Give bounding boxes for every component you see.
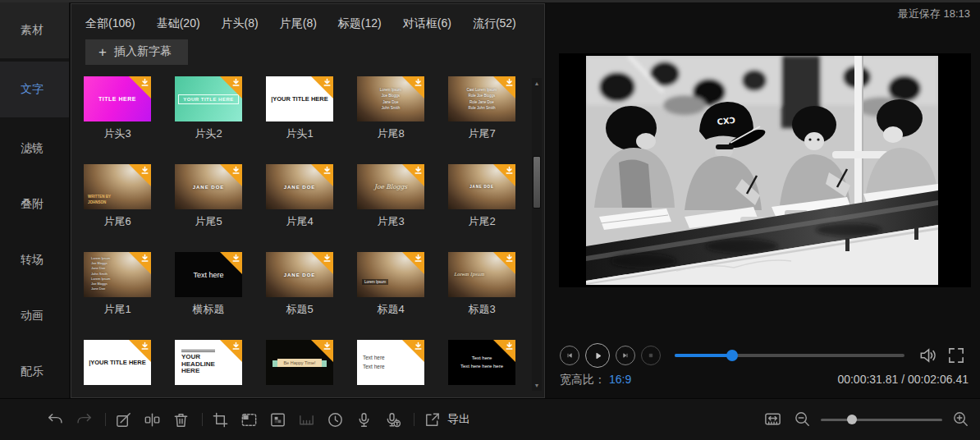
download-badge[interactable] xyxy=(220,164,242,186)
download-badge[interactable] xyxy=(402,252,424,274)
template-label: 横标题 xyxy=(175,302,242,317)
template-card[interactable]: Lorem Ipsum 标题4 xyxy=(357,252,424,329)
sidebar-item[interactable]: 叠附 xyxy=(0,176,69,232)
template-thumbnail: Cast Lorem Ipsum Role Joe Bloggs Role Ja… xyxy=(448,76,515,121)
template-card[interactable]: WRITTEN BY JOHNSON 片尾6 xyxy=(84,164,151,241)
template-card[interactable]: JANE DOE 片尾2 xyxy=(448,164,515,241)
download-badge[interactable] xyxy=(129,76,151,99)
zoom-slider-track[interactable] xyxy=(821,419,942,421)
timeline-zoom-slider[interactable] xyxy=(821,415,942,424)
sidebar-item[interactable]: 文字 xyxy=(0,62,69,117)
download-icon xyxy=(231,78,240,87)
template-card[interactable]: Text here 横标题 xyxy=(175,252,242,329)
download-badge[interactable] xyxy=(129,252,151,274)
video-frame-image: CXƆ xyxy=(586,56,938,285)
template-label: 片头1 xyxy=(266,126,333,141)
template-thumbnail: YOUR HEADLINE HERE xyxy=(175,340,242,385)
zoom-in-icon[interactable] xyxy=(951,410,970,429)
template-card[interactable]: Lorem Ipsum Joe Bloggs Jane Doe John Smi… xyxy=(84,252,151,329)
fit-timeline-icon[interactable] xyxy=(763,410,782,429)
template-card[interactable]: Lorem Ipsum Joe Bloggs Jane Doe John Smi… xyxy=(357,76,424,154)
microphone-icon[interactable] xyxy=(355,410,373,429)
download-badge[interactable] xyxy=(402,76,424,99)
template-card[interactable]: YOUR TITLE HERE 片头2 xyxy=(175,76,242,154)
download-badge[interactable] xyxy=(402,340,424,362)
template-card[interactable]: Text here Text here xyxy=(357,340,424,398)
template-card[interactable]: Lorem Ipsum 标题3 xyxy=(448,252,515,329)
category-tab[interactable]: 片头(8) xyxy=(222,16,259,31)
next-frame-button[interactable] xyxy=(616,346,635,365)
template-label: 标题4 xyxy=(357,302,424,317)
duration-clock-icon[interactable] xyxy=(326,410,345,429)
zoom-out-icon[interactable] xyxy=(793,410,812,429)
template-label: 片尾8 xyxy=(357,126,424,141)
mosaic-icon[interactable] xyxy=(268,410,287,429)
crop-icon[interactable] xyxy=(211,410,230,429)
video-preview: CXƆ xyxy=(559,53,971,287)
voice-to-text-icon[interactable] xyxy=(383,410,402,429)
download-badge[interactable] xyxy=(493,164,515,186)
template-card[interactable]: Cast Lorem Ipsum Role Joe Bloggs Role Ja… xyxy=(448,76,515,154)
download-icon xyxy=(140,78,149,87)
download-badge[interactable] xyxy=(493,252,515,274)
template-card[interactable]: |YOUR TITLE HERE 片头1 xyxy=(266,76,333,154)
category-tab[interactable]: 流行(52) xyxy=(473,16,516,31)
template-card[interactable]: JANE DOE 片尾5 xyxy=(175,164,242,241)
sidebar-item[interactable]: 动画 xyxy=(0,288,69,344)
template-card[interactable]: Joe Bloggs 片尾3 xyxy=(357,164,424,241)
preview-panel: 最近保存 18:13 xyxy=(547,2,980,398)
download-badge[interactable] xyxy=(311,252,333,274)
scrollbar-thumb[interactable] xyxy=(533,156,541,209)
sidebar-item[interactable]: 转场 xyxy=(0,232,69,288)
template-card[interactable]: |YOUR TITLE HERE xyxy=(84,340,151,398)
template-card[interactable]: Text here Text here here here xyxy=(448,340,515,398)
stop-button[interactable] xyxy=(641,346,661,365)
template-card[interactable]: YOUR HEADLINE HERE xyxy=(175,340,242,398)
canvas-resize-icon[interactable] xyxy=(240,410,259,429)
download-badge[interactable] xyxy=(220,340,242,362)
category-tab-label: 片头(8) xyxy=(222,16,259,30)
sidebar-item-label: 动画 xyxy=(21,309,44,323)
volume-icon[interactable] xyxy=(918,345,939,366)
prev-frame-button[interactable] xyxy=(560,346,579,365)
category-tab[interactable]: 标题(12) xyxy=(338,16,382,31)
progress-fill xyxy=(675,354,732,357)
template-thumb-text: |YOUR TITLE HERE xyxy=(89,359,146,366)
category-tab[interactable]: 基础(20) xyxy=(157,16,200,31)
sidebar-item[interactable]: 素材 xyxy=(0,2,69,58)
edit-icon[interactable] xyxy=(114,410,133,429)
template-card[interactable]: JANE DOE 标题5 xyxy=(266,252,333,329)
undo-icon[interactable] xyxy=(46,410,65,429)
category-tab[interactable]: 片尾(8) xyxy=(280,16,317,31)
sidebar-item[interactable]: 配乐 xyxy=(0,344,69,400)
delete-icon[interactable] xyxy=(172,410,190,429)
template-label: 片尾3 xyxy=(357,214,424,229)
category-tab[interactable]: 对话框(6) xyxy=(403,16,451,31)
category-tab[interactable]: 全部(106) xyxy=(85,16,135,31)
sidebar-item[interactable]: 滤镜 xyxy=(0,121,69,176)
template-card[interactable]: Be Happy Time! xyxy=(266,340,333,398)
download-icon xyxy=(505,341,514,351)
redo-icon[interactable] xyxy=(75,410,94,429)
fullscreen-icon[interactable] xyxy=(946,345,967,366)
download-badge[interactable] xyxy=(129,164,151,186)
scroll-up-icon[interactable]: ▲ xyxy=(532,80,542,86)
scroll-down-icon[interactable]: ▼ xyxy=(532,383,542,388)
zoom-slider-thumb[interactable] xyxy=(847,415,857,424)
split-icon[interactable] xyxy=(143,410,162,429)
progress-thumb[interactable] xyxy=(726,350,738,361)
scrollbar[interactable]: ▲ ▼ xyxy=(532,78,542,391)
template-label: 片尾2 xyxy=(448,214,515,229)
play-button[interactable] xyxy=(585,343,610,368)
category-tabs: 全部(106) 基础(20) 片头(8) 片尾(8) 标题(12) 对话框(6)… xyxy=(71,4,544,31)
template-card[interactable]: JANE DOE 片尾4 xyxy=(266,164,333,241)
seek-bar[interactable] xyxy=(675,350,904,361)
cap-text: CXƆ xyxy=(717,116,735,126)
ruler-icon[interactable] xyxy=(297,410,316,429)
export-button[interactable]: 导出 xyxy=(423,410,470,429)
aspect-ratio-value[interactable]: 16:9 xyxy=(609,373,631,386)
download-badge[interactable] xyxy=(311,164,333,186)
template-card[interactable]: TITLE HERE 片头3 xyxy=(84,76,151,154)
download-icon xyxy=(414,341,423,351)
insert-subtitle-button[interactable]: + 插入新字幕 xyxy=(85,39,188,65)
